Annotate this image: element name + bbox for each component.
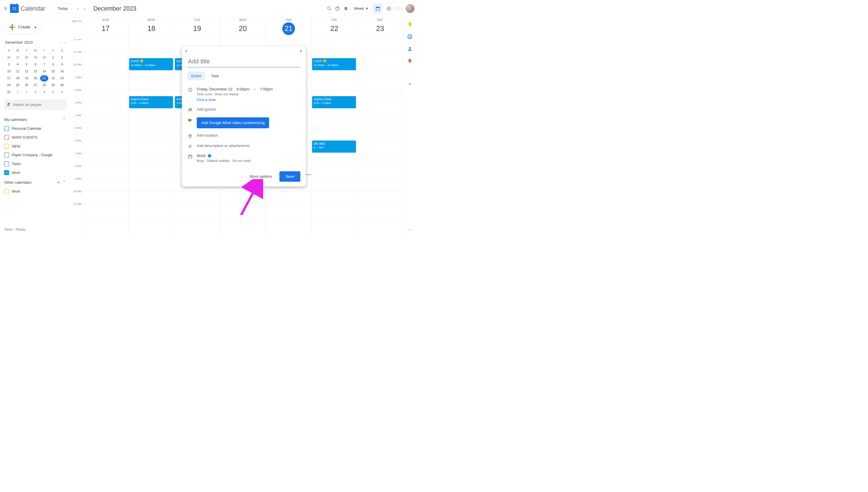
mini-day[interactable]: 4 bbox=[14, 62, 22, 68]
calendar-checkbox[interactable] bbox=[4, 170, 9, 175]
today-button[interactable]: Today bbox=[54, 4, 72, 14]
calendar-checkbox[interactable] bbox=[4, 126, 9, 131]
event-improv-fri[interactable]: Improv Class2:30 – 3:30pm bbox=[312, 96, 356, 108]
mini-day[interactable]: 3 bbox=[31, 89, 40, 95]
keep-icon[interactable] bbox=[406, 21, 413, 28]
calendar-item[interactable]: NEW bbox=[4, 142, 67, 150]
main-menu-button[interactable]: ☰ bbox=[2, 5, 9, 12]
day-header[interactable]: SAT23 bbox=[357, 17, 403, 39]
mini-day[interactable]: 26 bbox=[22, 82, 31, 89]
calendar-item[interactable]: Paper Company - Google bbox=[4, 151, 67, 159]
mini-day[interactable]: 14 bbox=[40, 68, 49, 75]
mini-day[interactable]: 27 bbox=[31, 82, 40, 89]
calendar-item[interactable]: MANY EVENTS bbox=[4, 133, 67, 141]
mini-day[interactable]: 27 bbox=[14, 54, 22, 61]
maps-icon[interactable] bbox=[406, 58, 413, 64]
mini-day[interactable]: 1 bbox=[14, 89, 22, 95]
other-calendars-toggle[interactable]: Other calendars + ⌃ bbox=[4, 178, 67, 187]
collapse-panel-button[interactable]: › bbox=[409, 228, 411, 232]
repeat-button[interactable]: Does not repeat bbox=[215, 92, 238, 96]
settings-icon[interactable] bbox=[342, 5, 349, 12]
calendar-item[interactable]: Work bbox=[4, 169, 67, 176]
mini-day[interactable]: 20 bbox=[31, 75, 40, 81]
event-end-time[interactable]: 7:00pm bbox=[260, 87, 273, 91]
mini-day[interactable]: 5 bbox=[49, 89, 57, 95]
calendar-checkbox[interactable] bbox=[4, 152, 9, 157]
mini-day[interactable]: 18 bbox=[14, 75, 22, 81]
event-date[interactable]: Friday, December 22 bbox=[197, 87, 232, 91]
privacy-link[interactable]: Privacy bbox=[16, 228, 26, 231]
event-title-input[interactable] bbox=[188, 56, 300, 67]
add-calendar-icon[interactable]: + bbox=[57, 180, 60, 184]
mini-day[interactable]: 2 bbox=[58, 54, 66, 61]
mini-day[interactable]: 16 bbox=[58, 68, 66, 75]
search-icon[interactable] bbox=[326, 5, 332, 12]
add-description-field[interactable]: Add description or attachments bbox=[197, 144, 300, 148]
event-start-time[interactable]: 6:00pm bbox=[237, 87, 249, 91]
mini-day[interactable]: 11 bbox=[14, 68, 22, 75]
mini-day[interactable]: 29 bbox=[31, 54, 40, 61]
mini-day[interactable]: 28 bbox=[40, 82, 49, 89]
drag-handle-icon[interactable]: ≡ bbox=[185, 49, 188, 54]
mini-day[interactable]: 31 bbox=[5, 89, 13, 95]
mini-day[interactable]: 26 bbox=[5, 54, 13, 61]
mini-day[interactable]: 23 bbox=[58, 75, 66, 81]
save-button[interactable]: Save bbox=[279, 171, 300, 182]
mini-day[interactable]: 21 bbox=[40, 75, 49, 81]
calendar-item[interactable]: Personal Calendar bbox=[4, 125, 67, 132]
contacts-icon[interactable] bbox=[406, 45, 413, 52]
calendar-item[interactable]: Tasks bbox=[4, 160, 67, 168]
mini-next-button[interactable]: › bbox=[64, 39, 67, 45]
tasks-toggle-button[interactable] bbox=[384, 4, 394, 13]
mini-day[interactable]: 6 bbox=[31, 62, 40, 68]
visibility-button[interactable]: Default visibility bbox=[207, 159, 230, 163]
day-column[interactable] bbox=[83, 39, 128, 236]
day-header[interactable]: WED20 bbox=[220, 17, 266, 39]
mini-day[interactable]: 10 bbox=[5, 68, 13, 75]
day-header[interactable]: SUN17 bbox=[83, 17, 128, 39]
search-people-input[interactable] bbox=[13, 102, 64, 107]
account-avatar[interactable] bbox=[405, 4, 415, 13]
mini-day[interactable]: 7 bbox=[40, 62, 49, 68]
tab-task[interactable]: Task bbox=[207, 72, 223, 80]
day-column[interactable]: Lunch 😊11:30am – 12:30pmImprov Class2:30… bbox=[128, 39, 174, 236]
calendar-item[interactable]: Work bbox=[4, 188, 67, 195]
mini-calendar[interactable]: SMTWTFS262728293012345678910111213141516… bbox=[4, 48, 67, 95]
tasks-icon[interactable] bbox=[406, 33, 413, 40]
mini-day[interactable]: 12 bbox=[22, 68, 31, 75]
mini-prev-button[interactable]: ‹ bbox=[59, 39, 62, 45]
notify-button[interactable]: Do not notify bbox=[232, 159, 251, 163]
search-people-field[interactable] bbox=[4, 100, 66, 110]
mini-day[interactable]: 5 bbox=[22, 62, 31, 68]
event-lunch-fri[interactable]: Lunch 😊11:30am – 12:30pm bbox=[312, 58, 356, 70]
event-notitle[interactable]: (No title)6 – 7pm bbox=[312, 141, 356, 153]
mini-day[interactable]: 9 bbox=[58, 62, 66, 68]
day-header[interactable]: THU21 bbox=[266, 17, 311, 39]
day-column[interactable]: Lunch 😊11:30am – 12:30pmImprov Class2:30… bbox=[312, 39, 357, 236]
day-header[interactable]: TUE19 bbox=[174, 17, 220, 39]
mini-day[interactable]: 17 bbox=[5, 75, 13, 81]
mini-day[interactable]: 6 bbox=[58, 89, 66, 95]
busy-button[interactable]: Busy bbox=[197, 159, 204, 163]
calendar-checkbox[interactable] bbox=[4, 144, 9, 149]
mini-day[interactable]: 24 bbox=[5, 82, 13, 89]
mini-day[interactable]: 25 bbox=[14, 82, 22, 89]
day-header[interactable]: MON18 bbox=[128, 17, 174, 39]
app-logo[interactable]: 21 Calendar bbox=[10, 4, 45, 13]
add-addon-button[interactable]: + bbox=[408, 81, 411, 87]
timezone-button[interactable]: Time zone bbox=[197, 92, 212, 96]
my-calendars-toggle[interactable]: My calendars ⌃ bbox=[4, 115, 67, 124]
mini-day[interactable]: 19 bbox=[22, 75, 31, 81]
view-selector[interactable]: Week ▾ bbox=[351, 4, 372, 13]
terms-link[interactable]: Terms bbox=[4, 228, 13, 231]
create-button[interactable]: Create ▾ bbox=[4, 20, 43, 34]
add-location-field[interactable]: Add location bbox=[197, 133, 300, 138]
calendar-checkbox[interactable] bbox=[4, 161, 9, 166]
mini-day[interactable]: 29 bbox=[49, 82, 57, 89]
calendar-checkbox[interactable] bbox=[4, 135, 9, 140]
support-icon[interactable] bbox=[334, 5, 341, 12]
tab-event[interactable]: Event bbox=[188, 72, 205, 80]
prev-week-button[interactable]: ‹ bbox=[75, 5, 81, 12]
mini-day[interactable]: 22 bbox=[49, 75, 57, 81]
event-improv-mon[interactable]: Improv Class2:30 – 3:30pm bbox=[129, 96, 173, 108]
